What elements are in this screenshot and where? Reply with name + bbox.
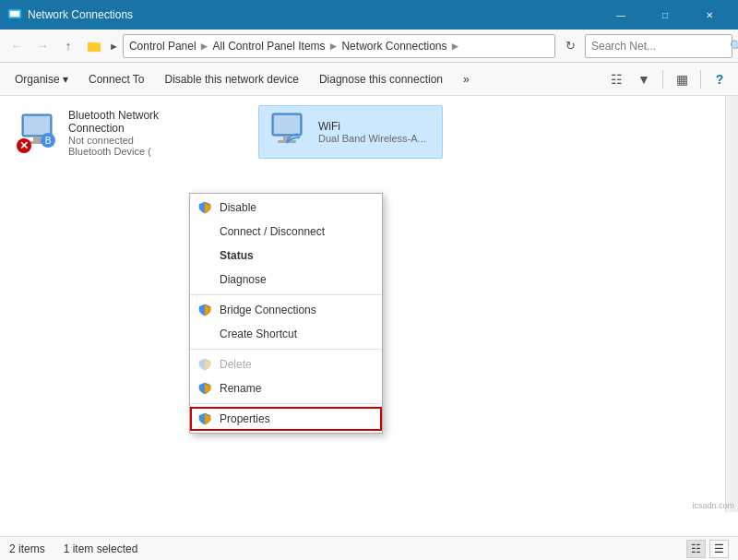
breadcrumb[interactable]: Control Panel ► All Control Panel Items …	[123, 34, 555, 58]
wifi-icon-wrap	[265, 110, 309, 154]
search-icon: 🔍	[730, 40, 738, 53]
view-dropdown-button[interactable]: ▼	[631, 66, 657, 92]
ctx-sep-1	[190, 294, 382, 295]
wifi-network-icon	[265, 110, 309, 154]
status-bar: 2 items 1 item selected ☷ ☰	[0, 536, 738, 560]
preview-pane-button[interactable]: ▦	[669, 66, 695, 92]
maximize-button[interactable]: □	[644, 0, 686, 30]
view-details-button[interactable]: ☰	[709, 540, 729, 558]
svg-rect-7	[33, 137, 41, 141]
minimize-button[interactable]: —	[600, 0, 642, 30]
help-button[interactable]: ?	[707, 66, 732, 92]
folder-icon	[83, 35, 105, 57]
wifi-connection-item[interactable]: WiFi Dual Band Wireless-A...	[258, 105, 443, 159]
context-menu: Disable Connect / Disconnect Status Diag…	[189, 193, 383, 434]
selected-count: 1 item selected	[64, 542, 138, 555]
forward-button[interactable]: →	[31, 35, 54, 57]
address-bar: ← → ↑ ► Control Panel ► All Control Pane…	[0, 30, 738, 63]
bluetooth-network-icon: B ✕	[15, 111, 59, 155]
wifi-item-text: WiFi Dual Band Wireless-A...	[318, 120, 426, 144]
ctx-bridge[interactable]: Bridge Connections	[190, 298, 382, 322]
window-icon	[7, 6, 22, 24]
bluetooth-item-text: Bluetooth Network Connection Not connect…	[68, 109, 170, 157]
svg-text:✕: ✕	[19, 139, 29, 152]
toolbar: Organise ▾ Connect To Disable this netwo…	[0, 63, 738, 96]
ctx-connect[interactable]: Connect / Disconnect	[190, 220, 382, 244]
disable-button[interactable]: Disable this network device	[156, 66, 308, 92]
view-list-button[interactable]: ☷	[686, 540, 706, 558]
refresh-button[interactable]: ↻	[559, 35, 581, 57]
change-view-button[interactable]: ☷	[603, 66, 629, 92]
ctx-status[interactable]: Status	[190, 244, 382, 268]
shield-icon-properties	[197, 411, 212, 426]
ctx-delete: Delete	[190, 352, 382, 376]
ctx-diagnose[interactable]: Diagnose	[190, 268, 382, 292]
window-title: Network Connections	[28, 8, 600, 21]
ctx-sep-2	[190, 349, 382, 350]
ctx-properties[interactable]: Properties	[190, 407, 382, 431]
title-bar: Network Connections — □ ✕	[0, 0, 738, 30]
connect-to-button[interactable]: Connect To	[79, 66, 154, 92]
ctx-disable[interactable]: Disable	[190, 196, 382, 220]
shield-icon-delete	[197, 357, 212, 372]
up-button[interactable]: ↑	[57, 35, 79, 57]
search-input[interactable]	[591, 40, 730, 53]
breadcrumb-current: Network Connections	[341, 40, 446, 53]
back-button[interactable]: ←	[6, 35, 28, 57]
more-button[interactable]: »	[454, 66, 479, 92]
shield-icon-bridge	[197, 303, 212, 317]
scrollbar[interactable]	[725, 96, 738, 512]
svg-rect-1	[10, 11, 19, 17]
organise-button[interactable]: Organise ▾	[6, 66, 77, 92]
shield-icon-rename	[197, 381, 212, 396]
ctx-shortcut[interactable]: Create Shortcut	[190, 322, 382, 346]
svg-text:B: B	[45, 136, 52, 146]
ctx-sep-3	[190, 403, 382, 404]
main-content: B ✕ Bluetooth Network Connection Not con…	[0, 96, 738, 536]
search-bar[interactable]: 🔍	[585, 34, 732, 58]
svg-rect-4	[88, 42, 93, 45]
svg-rect-6	[24, 116, 50, 135]
diagnose-button[interactable]: Diagnose this connection	[310, 66, 452, 92]
bluetooth-icon-wrap: B ✕	[15, 111, 59, 155]
ctx-rename[interactable]: Rename	[190, 376, 382, 400]
close-button[interactable]: ✕	[688, 0, 731, 30]
watermark: icsadn.com	[692, 501, 734, 510]
items-count: 2 items	[9, 542, 45, 555]
bluetooth-connection-item[interactable]: B ✕ Bluetooth Network Connection Not con…	[9, 105, 175, 161]
shield-icon-disable	[197, 200, 212, 215]
svg-rect-14	[274, 115, 300, 134]
